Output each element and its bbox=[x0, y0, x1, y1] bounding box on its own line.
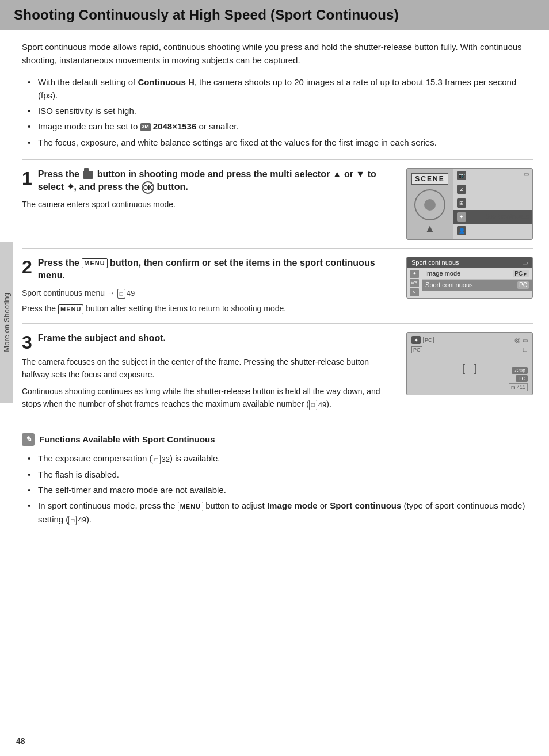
step-3-right: ✦ PC ◎ ▭ PC ◫ [ ] bbox=[406, 332, 533, 411]
note-header: ✎ Functions Available with Sport Continu… bbox=[22, 433, 533, 446]
note-b2-text: The flash is disabled. bbox=[38, 469, 119, 479]
bullet-1: With the default setting of Continuous H… bbox=[28, 75, 533, 102]
step-3-section: 3 Frame the subject and shoot. The camer… bbox=[22, 323, 533, 419]
step-1-text-mid: button in shooting mode and press the mu… bbox=[94, 169, 344, 179]
step-1-number: 1 bbox=[22, 169, 32, 188]
screen2-title: Sport continuous bbox=[411, 259, 459, 266]
step-3-body2: Continuous shooting continues as long wh… bbox=[22, 385, 397, 411]
screen2-body: ✦ WR V Image mode PC ▸ Sport continuous … bbox=[407, 268, 532, 298]
note-b4-bold1: Image mode bbox=[267, 501, 318, 510]
sport-icon-s3: ✦ bbox=[411, 336, 421, 344]
page-number: 48 bbox=[16, 736, 25, 746]
step-2-title: 2 Press the MENU button, then confirm or… bbox=[22, 257, 397, 282]
battery-icon-s1: ▭ bbox=[524, 171, 529, 177]
bullet-4: The focus, exposure, and white balance s… bbox=[28, 136, 533, 149]
note-b4-or: or bbox=[317, 501, 330, 510]
mode-badge-pc: PC bbox=[516, 375, 528, 382]
row-1-label: Image mode bbox=[425, 270, 513, 277]
pc-right: ◫ bbox=[523, 346, 528, 353]
step-3-body2-end: ). bbox=[326, 399, 331, 408]
bullet-2: ISO sensitivity is set high. bbox=[28, 104, 533, 117]
pc-icon-s3: PC bbox=[423, 337, 434, 343]
note-b1-ref: □32 bbox=[152, 454, 170, 465]
page-title: Shooting Continuously at High Speed (Spo… bbox=[14, 7, 535, 23]
note-b4-end: ). bbox=[86, 514, 92, 524]
screen3-left-icons: ✦ PC bbox=[411, 336, 434, 344]
scene-label-box: SCENE bbox=[411, 173, 448, 185]
step-1-text-end: button. bbox=[154, 182, 188, 192]
note-bullet-1: The exposure compensation (□32) is avail… bbox=[28, 452, 533, 465]
note-bullet-3: The self-timer and macro mode are not av… bbox=[28, 483, 533, 497]
step-3-title: 3 Frame the subject and shoot. bbox=[22, 332, 397, 352]
side-tab-label: More on Shooting bbox=[2, 293, 11, 352]
step-1-left: 1 Press the button in shooting mode and … bbox=[22, 168, 406, 240]
note-b4-bold2: Sport continuous bbox=[330, 501, 401, 510]
icon-menu: ▭ 📷 Z ⊞ ✦ Sport continuous � bbox=[453, 169, 532, 239]
page-header: Shooting Continuously at High Speed (Spo… bbox=[0, 0, 549, 30]
step-2-number: 2 bbox=[22, 258, 32, 276]
screen-1: SCENE ▲ ▭ 📷 Z ⊞ bbox=[406, 168, 533, 240]
screen2-row-2: Sport continuous PC bbox=[422, 280, 532, 291]
battery-icon-s3: ▭ bbox=[523, 337, 528, 343]
screen2-rows: Image mode PC ▸ Sport continuous PC bbox=[422, 268, 532, 298]
menu-item-5: 👤 bbox=[453, 224, 532, 238]
note-bullets-list: The exposure compensation (□32) is avail… bbox=[22, 452, 533, 526]
screen-3: ✦ PC ◎ ▭ PC ◫ [ ] bbox=[406, 332, 533, 395]
step-1-body: The camera enters sport continuous mode. bbox=[22, 198, 397, 211]
note-b1-before: The exposure compensation ( bbox=[38, 453, 152, 463]
step-2-right: Sport continuous ▭ ✦ WR V Image mode PC … bbox=[406, 257, 533, 315]
sport-menu-icon: ✦ bbox=[457, 212, 466, 222]
step-3-title-text: Frame the subject and shoot. bbox=[38, 333, 166, 343]
step-2-sub2-before: Press the bbox=[22, 304, 58, 313]
grid-menu-icon: ⊞ bbox=[457, 198, 466, 208]
ok-button-icon: OK bbox=[142, 181, 154, 194]
step-3-number: 3 bbox=[22, 333, 32, 352]
camera-icon bbox=[83, 171, 93, 179]
side-tab: More on Shooting bbox=[0, 242, 13, 403]
step-2-sub2: Press the MENU button after setting the … bbox=[22, 303, 397, 315]
mode-badge-720: 720p bbox=[512, 367, 528, 374]
bullet-3-before: Image mode can be set to bbox=[38, 121, 140, 131]
note-b4-ref: □49 bbox=[68, 514, 86, 526]
menu-inline-2: MENU bbox=[58, 304, 83, 314]
pc-left: PC bbox=[411, 346, 422, 353]
step-1-text-before: Press the bbox=[38, 169, 82, 179]
screen3-right-icons: ◎ ▭ bbox=[514, 336, 528, 344]
side-icon-sport: ✦ bbox=[410, 270, 419, 278]
bullet-2-text: ISO sensitivity is set high. bbox=[38, 106, 136, 116]
note-b4-mid: button to adjust bbox=[203, 501, 267, 510]
bracket-right: ] bbox=[474, 362, 477, 375]
step-2-sub1: Sport continuous menu → □49 bbox=[22, 287, 397, 300]
bullet-4-text: The focus, exposure, and white balance s… bbox=[38, 138, 437, 147]
circle-icon-s3: ◎ bbox=[514, 336, 520, 344]
note-b3-text: The self-timer and macro mode are not av… bbox=[38, 485, 226, 495]
note-title: Functions Available with Sport Continuou… bbox=[39, 434, 215, 444]
camera-menu-icon: 📷 bbox=[457, 171, 466, 180]
row-1-value: PC ▸ bbox=[513, 270, 529, 277]
screen3-bottom: 720p PC m 411 bbox=[509, 367, 528, 391]
menu-item-3: ⊞ bbox=[453, 196, 532, 210]
step-2-sub1-ref: □49 bbox=[117, 288, 135, 299]
screen3-top-row: ✦ PC ◎ ▭ bbox=[411, 336, 528, 344]
or-text: or bbox=[344, 169, 353, 179]
step-2-sub1-text: Sport continuous menu → bbox=[22, 288, 117, 297]
note-b4-before: In sport continuous mode, press the bbox=[38, 501, 178, 510]
camera-dial bbox=[414, 189, 445, 220]
bullet-1-bold: Continuous H bbox=[138, 77, 194, 87]
menu-item-4-selected: ✦ Sport continuous bbox=[453, 210, 532, 224]
menu-item-1: 📷 bbox=[453, 169, 532, 182]
screen3-second-row: PC ◫ bbox=[411, 346, 528, 353]
step-2-title-text: Press the MENU button, then confirm or s… bbox=[38, 258, 375, 280]
row-2-label: Sport continuous bbox=[425, 281, 517, 288]
side-icon-v: V bbox=[410, 288, 419, 296]
step-2-sub2-after: button after setting the items to return… bbox=[83, 304, 286, 313]
bullet-3-after: or smaller. bbox=[196, 121, 238, 131]
bracket-left: [ bbox=[462, 362, 465, 375]
note-bullet-4: In sport continuous mode, press the MENU… bbox=[28, 499, 533, 526]
screen2-side: ✦ WR V bbox=[407, 268, 422, 298]
up-arrow: ▲ bbox=[425, 223, 435, 235]
step-1-section: 1 Press the button in shooting mode and … bbox=[22, 159, 533, 248]
sport-continuous-label: Sport continuous bbox=[468, 213, 529, 220]
note-bullet-2: The flash is disabled. bbox=[28, 468, 533, 481]
bullet-1-before: With the default setting of bbox=[38, 77, 138, 87]
